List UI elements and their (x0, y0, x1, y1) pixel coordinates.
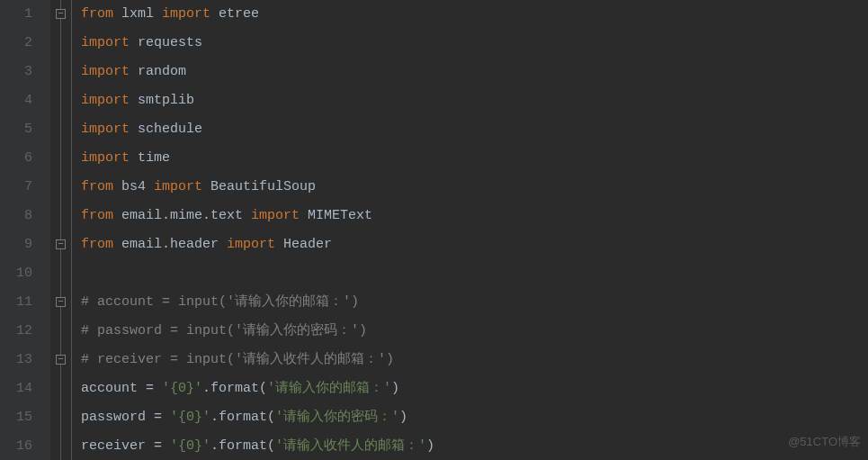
line-number: 4 (0, 86, 32, 115)
code-token: import (81, 150, 130, 166)
code-token: # receiver = input('请输入收件人的邮箱：') (81, 352, 394, 367)
code-token: email.header (113, 237, 227, 252)
code-line[interactable]: from email.header import Header (81, 230, 434, 259)
code-line[interactable]: from email.mime.text import MIMEText (81, 202, 434, 230)
code-line[interactable]: import random (81, 58, 434, 86)
code-token: password = (81, 410, 170, 425)
code-token: import (162, 6, 210, 22)
line-number: 9 (0, 230, 32, 259)
code-token: from (81, 179, 113, 194)
code-token: receiver = (81, 438, 170, 454)
code-token: ) (426, 438, 434, 454)
line-number: 16 (0, 432, 32, 460)
line-number: 6 (0, 144, 32, 173)
code-line[interactable]: # password = input('请输入你的密码：') (81, 317, 434, 346)
line-number: 10 (0, 259, 32, 288)
line-number: 13 (0, 346, 32, 374)
code-line[interactable]: from bs4 import BeautifulSoup (81, 173, 434, 202)
code-line[interactable]: import requests (81, 29, 434, 58)
code-line[interactable]: import schedule (81, 115, 434, 144)
code-line[interactable] (81, 259, 434, 288)
code-token: from (81, 208, 113, 223)
code-token: import (81, 35, 130, 50)
code-line[interactable]: import time (81, 144, 434, 173)
code-token: '{0}' (170, 438, 210, 454)
code-line[interactable]: # receiver = input('请输入收件人的邮箱：') (81, 346, 434, 374)
code-token: email.mime.text (113, 208, 251, 223)
code-token: from (81, 237, 113, 252)
code-token: requests (130, 35, 202, 50)
line-number: 12 (0, 317, 32, 346)
code-token: import (81, 93, 130, 108)
fold-toggle-icon[interactable] (56, 239, 66, 249)
code-token: MIMEText (300, 208, 372, 223)
code-token: smtplib (130, 93, 194, 108)
line-number: 2 (0, 29, 32, 58)
code-token: bs4 (113, 179, 154, 194)
code-line[interactable]: password = '{0}'.format('请输入你的密码：') (81, 403, 434, 432)
code-token: '{0}' (170, 410, 210, 425)
code-editor[interactable]: 12345678910111213141516 from lxml import… (0, 0, 868, 460)
code-line[interactable]: account = '{0}'.format('请输入你的邮箱：') (81, 374, 434, 403)
code-area[interactable]: from lxml import etreeimport requestsimp… (72, 0, 434, 460)
code-token: Header (275, 237, 332, 252)
line-number: 7 (0, 173, 32, 202)
line-number: 11 (0, 288, 32, 317)
code-line[interactable]: # account = input('请输入你的邮箱：') (81, 288, 434, 317)
line-number: 1 (0, 0, 32, 29)
line-number: 5 (0, 115, 32, 144)
code-token: random (130, 64, 186, 79)
code-token: .format( (210, 438, 275, 454)
code-token: import (81, 64, 130, 79)
fold-toggle-icon[interactable] (56, 9, 66, 19)
code-token: schedule (130, 122, 202, 137)
code-token: '请输入收件人的邮箱：' (275, 438, 426, 454)
line-number: 15 (0, 403, 32, 432)
fold-column (50, 0, 72, 460)
code-token: import (81, 122, 130, 137)
code-token: .format( (210, 410, 275, 425)
code-token: etree (210, 6, 259, 22)
fold-toggle-icon[interactable] (56, 297, 66, 307)
code-token: '请输入你的邮箱：' (267, 381, 391, 396)
code-token: import (251, 208, 300, 223)
code-token: ) (391, 381, 399, 396)
code-token: '请输入你的密码：' (275, 410, 399, 425)
line-number: 3 (0, 58, 32, 86)
line-number: 14 (0, 374, 32, 403)
code-token: # account = input('请输入你的邮箱：') (81, 294, 359, 310)
code-token: import (154, 179, 202, 194)
code-line[interactable]: from lxml import etree (81, 0, 434, 29)
code-token: from (81, 6, 113, 22)
line-number-gutter: 12345678910111213141516 (0, 0, 50, 460)
code-token: BeautifulSoup (202, 179, 316, 194)
code-token: lxml (113, 6, 162, 22)
code-token: account = (81, 381, 162, 396)
indent-guide (60, 0, 61, 460)
code-token: time (130, 150, 170, 166)
code-token: '{0}' (162, 381, 202, 396)
fold-toggle-icon[interactable] (56, 355, 66, 365)
code-token: # password = input('请输入你的密码：') (81, 323, 367, 338)
code-token: .format( (202, 381, 267, 396)
watermark-text: @51CTO博客 (788, 428, 861, 456)
code-token: import (227, 237, 275, 252)
code-line[interactable]: import smtplib (81, 86, 434, 115)
line-number: 8 (0, 202, 32, 230)
code-line[interactable]: receiver = '{0}'.format('请输入收件人的邮箱：') (81, 432, 434, 460)
code-token: ) (399, 410, 407, 425)
